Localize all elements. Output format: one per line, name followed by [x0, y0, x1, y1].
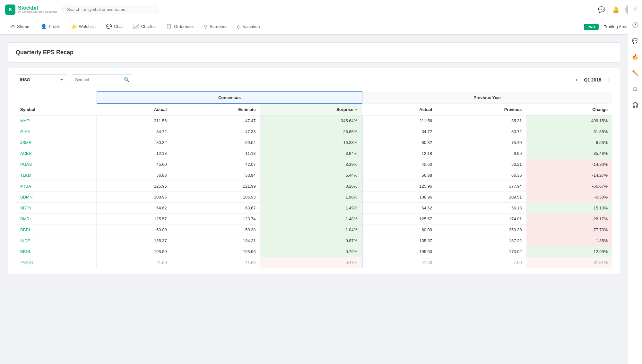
bell-icon[interactable]: 🔔: [611, 5, 620, 14]
chat-sidebar-icon[interactable]: 💬: [630, 36, 640, 46]
col-prev-previous: Previous: [437, 104, 526, 115]
nav-item-chartbit[interactable]: 📈 Chartbit: [128, 19, 160, 35]
portfolio-icon[interactable]: ⊡: [630, 84, 640, 94]
stream-icon: ⊙: [11, 24, 15, 30]
period-prev-button[interactable]: ‹: [573, 75, 580, 84]
cell-actual: 195.50: [97, 246, 171, 257]
cell-prev-actual: 60.00: [362, 224, 437, 235]
period-next-button[interactable]: ›: [605, 75, 612, 84]
cell-change: 35.48%: [526, 148, 612, 159]
table-row: BBTN 64.62 63.67 1.49% 64.62 56.13 15.13…: [16, 203, 612, 214]
cell-prev-actual: 12.18: [362, 148, 437, 159]
cell-symbol[interactable]: INDF: [16, 235, 97, 246]
cell-actual: 45.60: [97, 159, 171, 170]
table-row: BDMN 108.96 106.93 1.90% 108.96 109.51 -…: [16, 192, 612, 203]
cell-actual: -34.72: [97, 126, 171, 137]
table-row: BMRI 125.57 123.74 1.48% 125.57 174.81 -…: [16, 214, 612, 224]
time-icon[interactable]: 🕐: [630, 20, 640, 30]
cell-symbol[interactable]: TLKM: [16, 170, 97, 181]
cell-estimate: 134.21: [171, 235, 260, 246]
period-label: Q1 2018: [584, 77, 601, 82]
cell-change: -66.67%: [526, 181, 612, 192]
nav-label-screener: Screener: [210, 24, 227, 29]
cell-estimate: 123.74: [171, 214, 260, 224]
cell-symbol[interactable]: MAPI: [16, 115, 97, 126]
star-icon[interactable]: ☆: [630, 4, 640, 13]
content-card: IHSG LQ45 IDX30 🔍 ‹ Q1 2018 › Consensus: [8, 68, 620, 275]
consensus-section-header: Consensus: [97, 92, 362, 104]
right-sidebar: ☆ 🕐 💬 🔥 ✏️ ⊡ 🎧: [628, 0, 642, 283]
nav-item-profile[interactable]: 👤 Profile: [36, 19, 65, 35]
topbar: S Stockbit PT Mahakarya Artha Sekuritas …: [0, 0, 642, 19]
cell-actual: 125.96: [97, 181, 171, 192]
cell-symbol[interactable]: ACES: [16, 148, 97, 159]
cell-actual: 12.18: [97, 148, 171, 159]
edit-icon[interactable]: ✏️: [630, 68, 640, 78]
watchlist-icon: ⭐: [71, 24, 77, 30]
cell-symbol[interactable]: BBNI: [16, 246, 97, 257]
cell-surprise: 0.79%: [260, 246, 362, 257]
cell-prev-previous: 174.81: [437, 214, 526, 224]
prev-year-section-header: Previous Year: [362, 92, 612, 104]
cell-symbol[interactable]: PTBA: [16, 181, 97, 192]
table-row: JSMR 80.32 69.04 16.33% 80.32 75.40 6.53…: [16, 137, 612, 148]
cell-prev-actual: 135.37: [362, 235, 437, 246]
nav-item-stream[interactable]: ⊙ Stream: [6, 19, 35, 35]
index-select[interactable]: IHSG LQ45 IDX30: [16, 74, 67, 85]
cell-symbol[interactable]: GIAA: [16, 126, 97, 137]
cell-prev-previous: 269.39: [437, 224, 526, 235]
table-row: PGAS 45.60 42.07 8.39% 45.60 53.21 -14.3…: [16, 159, 612, 170]
table-row: ACES 12.18 11.18 8.94% 12.18 8.99 35.48%: [16, 148, 612, 159]
nav-item-screener[interactable]: ▽ Screener: [199, 19, 231, 35]
table-row: GIAA -34.72 -47.33 26.65% -34.72 -50.72 …: [16, 126, 612, 137]
cell-symbol[interactable]: BBTN: [16, 203, 97, 214]
page-title: Quarterly EPS Recap: [16, 49, 612, 56]
cell-prev-previous: -7.00: [437, 257, 526, 268]
cell-prev-actual: 195.50: [362, 246, 437, 257]
logo-sub: PT Mahakarya Artha Sekuritas: [18, 11, 57, 13]
message-icon[interactable]: 💬: [597, 5, 606, 14]
cell-change: -14.30%: [526, 159, 612, 170]
col-surprise: Surprise ▼: [260, 104, 362, 115]
cell-prev-previous: 75.40: [437, 137, 526, 148]
table-row: INDF 135.37 134.21 0.87% 135.37 137.22 -…: [16, 235, 612, 246]
cell-symbol[interactable]: BMRI: [16, 214, 97, 224]
nav-item-watchlist[interactable]: ⭐ Watchlist: [66, 19, 100, 35]
cell-actual: 135.37: [97, 235, 171, 246]
orderbook-icon: 📋: [166, 24, 172, 30]
trading-area-label: Trading Area: [604, 24, 628, 29]
col-estimate: Estimate: [171, 104, 260, 115]
logo-icon: S: [5, 4, 15, 15]
cell-surprise: 1.49%: [260, 203, 362, 214]
screener-icon: ▽: [204, 24, 208, 30]
cell-surprise: 345.64%: [260, 115, 362, 126]
cell-actual: 211.56: [97, 115, 171, 126]
nav-item-chat[interactable]: 💬 Chat: [101, 19, 127, 35]
col-symbol: Symbol: [16, 104, 97, 115]
support-icon[interactable]: 🎧: [630, 100, 640, 110]
nav-label-orderbook: Orderbook: [174, 24, 194, 29]
cell-actual: 56.88: [97, 170, 171, 181]
cell-symbol[interactable]: PWON: [16, 257, 97, 268]
cell-symbol[interactable]: JSMR: [16, 137, 97, 148]
eps-table: Consensus Previous Year Symbol Actual Es…: [16, 91, 612, 268]
more-menu[interactable]: ···: [569, 23, 580, 30]
nav-item-valuation[interactable]: ◇ Valuation: [232, 19, 264, 35]
cell-symbol[interactable]: PGAS: [16, 159, 97, 170]
main-content: Quarterly EPS Recap IHSG LQ45 IDX30 🔍 ‹ …: [0, 35, 628, 283]
cell-symbol[interactable]: BDMN: [16, 192, 97, 203]
cell-symbol[interactable]: BBRI: [16, 224, 97, 235]
cell-change: 12.99%: [526, 246, 612, 257]
cell-actual: 64.62: [97, 203, 171, 214]
cell-prev-previous: 173.02: [437, 246, 526, 257]
nav-item-orderbook[interactable]: 📋 Orderbook: [161, 19, 198, 35]
cell-estimate: -47.33: [171, 126, 260, 137]
search-input[interactable]: [62, 5, 159, 14]
pro-badge[interactable]: PRO: [584, 24, 599, 30]
col-change: Change: [526, 104, 612, 115]
symbol-search-button[interactable]: 🔍: [122, 75, 132, 85]
cell-change: -61.01%: [526, 257, 612, 268]
fire-icon[interactable]: 🔥: [630, 52, 640, 62]
cell-estimate: 59.38: [171, 224, 260, 235]
nav-label-valuation: Valuation: [243, 24, 260, 29]
